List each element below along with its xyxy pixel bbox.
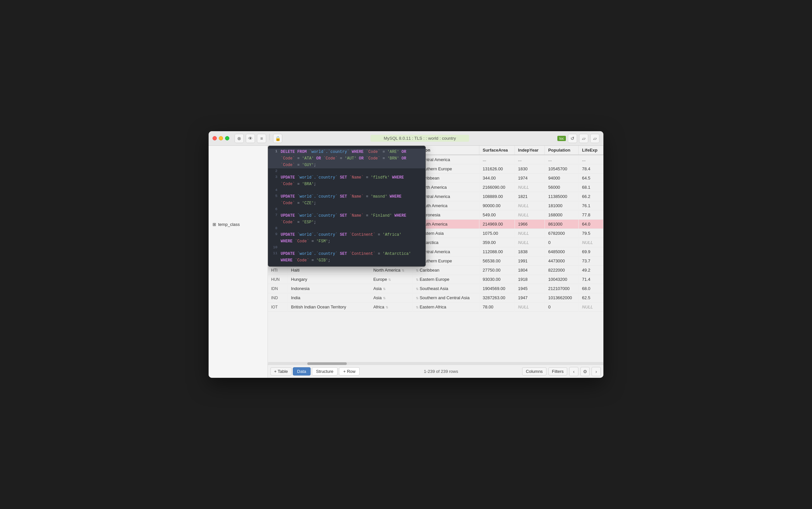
table-row[interactable]: IND India Asia ⇅ ⇅ Southern and Central … <box>268 293 604 303</box>
table-row[interactable]: HUN Hungary Europe ⇅ ⇅ Eastern Europe 93… <box>268 275 604 284</box>
table-row[interactable]: IOT British Indian Ocean Territory Afric… <box>268 303 604 312</box>
scrollbar-thumb[interactable] <box>307 362 347 365</box>
menu-icon[interactable]: ≡ <box>257 134 266 143</box>
tab-row-button[interactable]: + Row <box>339 367 360 375</box>
cell-life: 62.5 <box>579 293 604 303</box>
sidebar-item-label: temp_class <box>218 222 240 227</box>
cell-pop: 181000 <box>545 201 579 210</box>
cell-life: 77.8 <box>579 210 604 219</box>
cell-pop: 8222000 <box>545 266 579 275</box>
cell-surface: 1904569.00 <box>479 284 515 293</box>
cell-code: HUN <box>268 275 288 284</box>
cell-name: Hungary <box>288 275 370 284</box>
content-area: 1 DELETE FROM `world`.`country` WHERE `C… <box>268 146 604 378</box>
cell-pop: ... <box>545 155 579 164</box>
cell-name: India <box>288 293 370 303</box>
sql-text-1b: `Code` = 'ATA' OR `Code` = 'AUT' OR `Cod… <box>281 156 423 162</box>
connection-label: MySQL 8.0.11 : TLS : : world : country <box>370 135 469 142</box>
horizontal-scrollbar[interactable] <box>268 362 604 365</box>
scrollbar-track <box>268 362 604 365</box>
line-number-5: 5 <box>271 194 278 198</box>
table-icon: ⊞ <box>213 222 216 227</box>
tab-structure-button[interactable]: Structure <box>312 367 338 375</box>
sql-text-11b: WHERE `Code` = 'GIB'; <box>281 258 423 263</box>
sql-text-5: UPDATE `world`.`country` SET `Name` = 'm… <box>281 194 423 200</box>
cell-surface: 344.00 <box>479 174 515 183</box>
close-button[interactable] <box>213 136 217 140</box>
cell-continent: Asia ⇅ <box>370 293 412 303</box>
col-header-surfacearea[interactable]: SurfaceArea <box>479 146 515 155</box>
sql-editor-popup[interactable]: 1 DELETE FROM `world`.`country` WHERE `C… <box>268 146 426 267</box>
cell-indep: 1945 <box>515 284 545 293</box>
cell-life: 79.5 <box>579 229 604 238</box>
line-number-1: 1 <box>271 149 278 153</box>
cell-pop: 6782000 <box>545 229 579 238</box>
bottom-right-controls: Columns Filters ‹ ⚙ › <box>522 367 601 376</box>
cell-surface: 78.00 <box>479 303 515 312</box>
columns-button[interactable]: Columns <box>522 367 546 375</box>
cell-life: 49.2 <box>579 266 604 275</box>
cell-indep: ... <box>515 155 545 164</box>
cell-region: ⇅ Eastern Africa <box>412 303 479 312</box>
refresh-icon[interactable]: ↺ <box>568 134 577 143</box>
close-icon[interactable]: ⊗ <box>235 134 244 143</box>
panel-left-icon[interactable]: ▱ <box>579 134 588 143</box>
settings-button[interactable]: ⚙ <box>580 367 590 376</box>
sql-line-8: 8 <box>268 226 425 232</box>
cell-surface: 108889.00 <box>479 192 515 201</box>
cell-life: 71.4 <box>579 275 604 284</box>
cell-surface: 359.00 <box>479 238 515 247</box>
sql-text-1: DELETE FROM `world`.`country` WHERE `Cod… <box>281 149 423 155</box>
sql-line-3: 3 UPDATE `world`.`country` SET `Name` = … <box>268 174 425 181</box>
cell-surface: 1075.00 <box>479 229 515 238</box>
cell-pop: 168000 <box>545 210 579 219</box>
line-number-1b <box>271 156 278 156</box>
cell-indep: NULL <box>515 238 545 247</box>
cell-continent: Asia ⇅ <box>370 284 412 293</box>
sql-line-7: 7 UPDATE `world`.`country` SET `Name` = … <box>268 212 425 219</box>
cell-indep: 1966 <box>515 219 545 229</box>
titlebar: ⊗ 👁 ≡ 🔒 MySQL 8.0.11 : TLS : : world : c… <box>208 131 604 146</box>
separator <box>269 134 270 140</box>
tab-data-button[interactable]: Data <box>293 367 310 375</box>
sql-line-11: 11 UPDATE `world`.`country` SET `Contine… <box>268 250 425 257</box>
sidebar-item-temp-class[interactable]: ⊞ temp_class <box>208 220 267 229</box>
sql-line-1c: `Code` = 'GUY'; <box>268 162 425 168</box>
cell-indep: 1830 <box>515 164 545 174</box>
line-number-5b <box>271 200 278 201</box>
cell-life: 66.2 <box>579 192 604 201</box>
eye-icon[interactable]: 👁 <box>246 134 255 143</box>
col-header-lifeexp[interactable]: LifeExp <box>579 146 604 155</box>
cell-region: ⇅ Caribbean <box>412 266 479 275</box>
cell-surface: ... <box>479 155 515 164</box>
maximize-button[interactable] <box>225 136 229 140</box>
line-number-8: 8 <box>271 226 278 230</box>
cell-code: IOT <box>268 303 288 312</box>
minimize-button[interactable] <box>219 136 223 140</box>
cell-continent: Africa ⇅ <box>370 303 412 312</box>
cell-life: ... <box>579 155 604 164</box>
line-number-2: 2 <box>271 169 278 173</box>
cell-pop: 4473000 <box>545 257 579 266</box>
cell-indep: NULL <box>515 210 545 219</box>
lock-icon[interactable]: 🔒 <box>273 134 282 143</box>
sql-line-4: 4 <box>268 188 425 193</box>
table-row[interactable]: HTI Haiti North America ⇅ ⇅ Caribbean 27… <box>268 266 604 275</box>
cell-region: ⇅ Southeast Asia <box>412 284 479 293</box>
next-page-button[interactable]: › <box>591 367 601 376</box>
panel-right-icon[interactable]: ▱ <box>590 134 599 143</box>
add-table-button[interactable]: + Table <box>270 367 292 375</box>
col-header-population[interactable]: Population <box>545 146 579 155</box>
sql-text-9: UPDATE `world`.`country` SET `Continent`… <box>281 232 423 238</box>
sql-text-9b: WHERE `Code` = 'FSM'; <box>281 238 423 244</box>
cell-life: 69.9 <box>579 247 604 257</box>
cell-pop: 1013662000 <box>545 293 579 303</box>
table-row[interactable]: IDN Indonesia Asia ⇅ ⇅ Southeast Asia 19… <box>268 284 604 293</box>
prev-page-button[interactable]: ‹ <box>569 367 578 376</box>
sql-line-5b: `Code` = 'CZE'; <box>268 200 425 206</box>
add-table-label: + Table <box>274 369 288 374</box>
cell-pop: 6485000 <box>545 247 579 257</box>
add-row-label: + Row <box>343 369 355 374</box>
filters-button[interactable]: Filters <box>548 367 567 375</box>
col-header-indepyear[interactable]: IndepYear <box>515 146 545 155</box>
